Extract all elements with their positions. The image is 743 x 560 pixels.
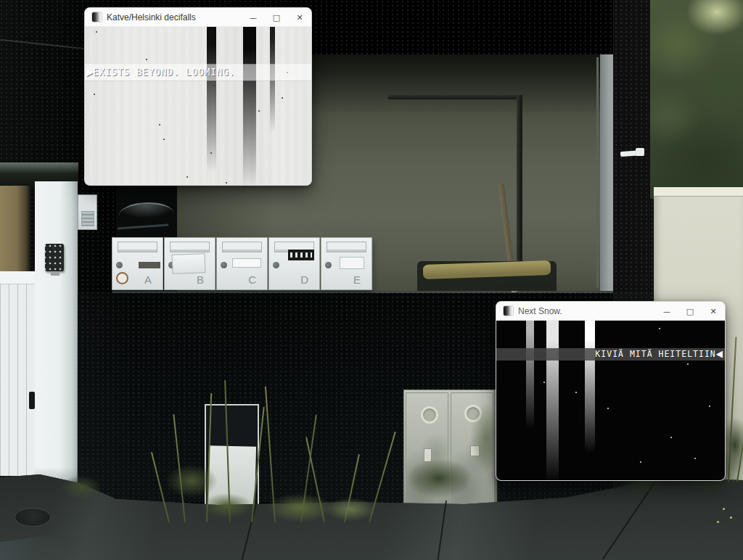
gradient-bar	[526, 321, 534, 429]
noise-speck	[210, 152, 212, 154]
titlebar[interactable]: Next Snow. — □ ✕	[496, 302, 725, 321]
keypad-mount	[51, 271, 59, 276]
mailbox-letter: E	[353, 273, 361, 286]
gradient-bar	[207, 27, 216, 172]
message-text: EXISTS BEYOND. LOOMING.	[93, 66, 235, 78]
noise-speck	[94, 94, 95, 95]
mailbox-letter: D	[300, 273, 308, 286]
weed-leaves	[202, 493, 253, 518]
noise-speck	[146, 59, 147, 60]
dark-tape	[288, 250, 314, 260]
noise-speck	[607, 408, 609, 409]
message-line: KIVIÄ MITÄ HEITELTIIN◀	[595, 348, 723, 359]
small-flower	[717, 521, 719, 523]
mailbox-b: B	[164, 237, 215, 290]
noise-speck	[258, 110, 260, 112]
intercom-grille	[81, 211, 94, 226]
intercom-box	[78, 194, 97, 230]
message-line: ▶EXISTS BEYOND. LOOMING.	[86, 66, 235, 78]
noise-speck	[694, 458, 696, 459]
gate-handle	[29, 392, 35, 409]
cursor-triangle-icon: ◀	[716, 348, 723, 359]
mailbox-a: A	[112, 237, 163, 290]
trees	[650, 0, 743, 199]
vent-circle	[421, 406, 438, 424]
window-title: Next Snow.	[518, 306, 562, 316]
noise-speck	[659, 328, 660, 329]
cursor-triangle-icon: ▶	[86, 67, 93, 78]
round-sticker	[116, 272, 128, 284]
weed-stem	[728, 337, 736, 482]
thistle-weeds	[158, 374, 419, 522]
window-title: Katve/Helsinki decifalls	[107, 12, 196, 22]
desktop: A B C D E	[0, 0, 743, 560]
mail-slot	[327, 242, 366, 252]
mail-slot	[118, 242, 157, 252]
mailbox-lock	[221, 262, 227, 268]
name-label	[340, 257, 364, 269]
small-flower	[730, 516, 732, 519]
close-icon[interactable]: ✕	[288, 8, 311, 27]
noise-speck	[670, 437, 672, 438]
noise-speck	[575, 392, 577, 393]
trash-bin	[417, 261, 557, 291]
minimize-icon[interactable]: —	[242, 8, 265, 27]
noise-speck	[226, 182, 227, 184]
manhole-cover	[15, 508, 51, 527]
mailbox-lock	[116, 262, 123, 268]
name-strip	[139, 262, 160, 268]
noise-speck	[96, 31, 97, 33]
gate-top-rail	[0, 271, 36, 284]
paint-mark	[636, 148, 644, 156]
noise-speck	[709, 405, 710, 407]
titlebar[interactable]: Katve/Helsinki decifalls — □ ✕	[85, 8, 311, 27]
white-gate	[0, 271, 36, 476]
niche-right-jamb	[600, 54, 613, 291]
noise-speck	[640, 461, 641, 463]
white-pillar	[35, 181, 78, 486]
mailbox-e: E	[321, 237, 372, 290]
noise-speck	[159, 124, 160, 125]
mailbox-d: D	[268, 237, 320, 290]
mailbox-row: A B C D E	[112, 237, 373, 290]
mail-slot	[170, 242, 210, 252]
weed-stem	[251, 407, 265, 522]
noise-speck	[543, 382, 545, 383]
bin-lid	[423, 260, 551, 279]
window-controls: — □ ✕	[242, 8, 311, 27]
small-flower	[723, 508, 725, 510]
app-icon-gradient	[504, 306, 513, 316]
mailbox-c: C	[216, 237, 268, 290]
weed-leaves	[267, 493, 332, 522]
mail-flap	[172, 253, 206, 274]
mailbox-lock	[325, 262, 332, 268]
maximize-icon[interactable]: □	[678, 302, 702, 321]
vertical-pipe	[517, 95, 522, 285]
name-label	[232, 258, 261, 268]
mail-slot	[222, 242, 262, 252]
mailbox-lock	[273, 262, 279, 268]
mailbox-letter: B	[197, 273, 204, 286]
gradient-bar	[243, 27, 256, 185]
weed-patch	[62, 475, 102, 500]
noise-speck	[186, 176, 188, 178]
close-icon[interactable]: ✕	[702, 302, 725, 321]
minimize-icon[interactable]: —	[655, 302, 678, 321]
weed-stem	[173, 414, 186, 522]
window-next-snow[interactable]: Next Snow. — □ ✕ KIVIÄ MITÄ HEITELTIIN◀	[496, 301, 726, 481]
gradient-bar	[585, 321, 595, 453]
wall-cap	[654, 187, 743, 197]
window-controls: — □ ✕	[655, 302, 725, 321]
ledge-highlight	[112, 291, 613, 293]
message-text: KIVIÄ MITÄ HEITELTIIN	[595, 348, 715, 359]
noise-speck	[282, 97, 283, 99]
mailbox-letter: C	[248, 273, 256, 286]
tan-door	[0, 186, 30, 273]
weed-leaves	[325, 498, 376, 521]
window-katve-helsinki-decifalls[interactable]: Katve/Helsinki decifalls — □ ✕ ▶EXISTS B…	[84, 7, 312, 186]
next-snow-canvas: KIVIÄ MITÄ HEITELTIIN◀	[496, 321, 725, 480]
entry-keypad	[45, 244, 64, 271]
weed-stem	[736, 382, 743, 482]
maximize-icon[interactable]: □	[265, 8, 288, 27]
noise-speck	[163, 139, 165, 140]
